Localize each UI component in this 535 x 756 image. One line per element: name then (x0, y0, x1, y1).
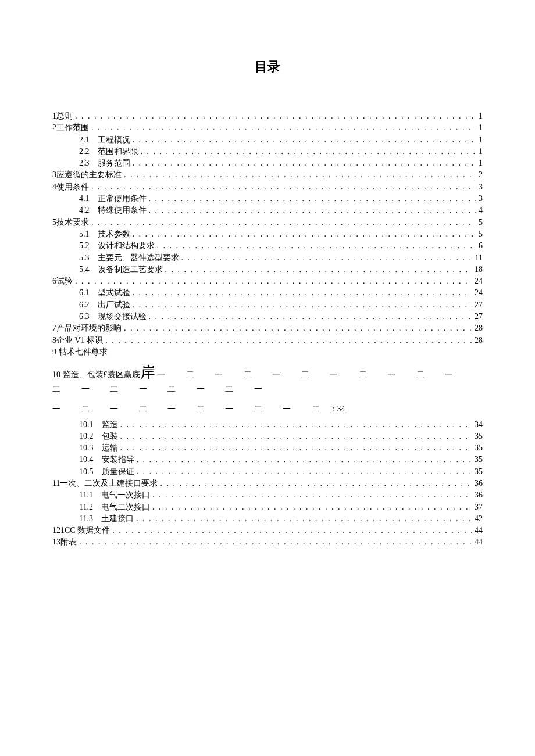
toc-entry: 2.2范围和界限 1 (52, 146, 483, 157)
toc-number: 11.1 (79, 489, 93, 501)
toc-number: 4.1 (79, 193, 90, 205)
toc-number: 12 (52, 525, 60, 536)
toc-entry: 11.2电气二次接口 37 (52, 501, 483, 513)
toc-leader-dots (91, 122, 476, 134)
toc-label: 工作范围 (56, 122, 89, 134)
toc-entry: 13 附表 44 (52, 536, 483, 548)
toc-page-number: 36 (475, 489, 483, 501)
toc-label: 设计和结构要求 (98, 240, 155, 252)
toc-leader-dots (157, 240, 477, 252)
toc-page-number: 35 (475, 442, 483, 454)
toc-label: 总则 (56, 110, 73, 122)
toc-entry: 8 企业 V1 标识 28 (52, 335, 483, 346)
toc-entry: 5.2设计和结构要求 6 (52, 240, 483, 252)
toc-number: 5.1 (79, 228, 90, 240)
toc-page-number: 34 (475, 419, 483, 431)
toc-page-number: 5 (479, 228, 483, 240)
toc-label: 包装 (102, 431, 118, 442)
toc-entry-10-special: 10 监造、包装£蓑区赢底岸 一 二 一 二 一 二 一 二 一 二 一 二 一… (52, 361, 483, 415)
toc-label: 技术参数 (98, 228, 130, 240)
toc-page-number: 35 (475, 431, 483, 442)
toc-page-number: 44 (475, 536, 483, 548)
toc-label: 附表 (60, 536, 77, 548)
toc-entry: 10.1监造 34 (52, 419, 483, 431)
toc-number: 11 (52, 478, 60, 489)
toc-label: 安装指导 (102, 454, 134, 465)
toc-page-number: 1 (479, 134, 483, 146)
toc-label: 现场交接试验 (98, 311, 147, 323)
toc-entry: 10.2包装 35 (52, 431, 483, 442)
toc-label: 产品对环境的影响 (56, 323, 122, 334)
toc-entry: 12 1CC 数据文件 44 (52, 525, 483, 536)
toc-number: 2 (52, 122, 56, 134)
special-big-char: 岸 (140, 364, 155, 381)
toc-label: 型式试验 (98, 287, 130, 299)
toc-label: 电气一次接口 (101, 489, 150, 501)
toc-leader-dots (152, 501, 472, 513)
toc-page-number: 42 (475, 513, 483, 525)
toc-number: 10.1 (79, 419, 94, 431)
toc-entry: 6.2出厂试验 27 (52, 299, 483, 311)
toc-page-number: 24 (475, 275, 483, 287)
toc-entry: 6.3现场交接试验 27 (52, 311, 483, 323)
toc-leader-dots (149, 311, 473, 323)
toc-entry: 5 技术要求 5 (52, 217, 483, 228)
toc-leader-dots (133, 228, 477, 240)
toc-entry: 6.1型式试验 24 (52, 287, 483, 299)
toc-label: 出厂试验 (98, 299, 130, 311)
toc-entry: 11 一次、二次及土建接口要求 36 (52, 478, 483, 489)
toc-page-number: 27 (475, 311, 483, 323)
toc-label: 试验 (56, 275, 73, 287)
toc-label: 企业 V1 标识 (56, 335, 103, 346)
toc-label: 牯术七件尊求 (59, 347, 108, 356)
toc-number: 5 (52, 217, 56, 228)
toc-leader-dots (120, 431, 473, 442)
toc-entry: 11.1电气一次接口 36 (52, 489, 483, 501)
toc-entry: 4.2特殊使用条件 4 (52, 205, 483, 216)
toc-label: 监造、包装£蓑区赢底 (63, 370, 140, 379)
toc-entry: 10.4安装指导 35 (52, 454, 483, 465)
toc-number: 10 (52, 370, 60, 379)
toc-page-number: 24 (475, 287, 483, 299)
toc-entry: 11.3土建接口 42 (52, 513, 483, 525)
toc-number: 6 (52, 275, 56, 287)
toc-label: 主要元、器件选型要求 (98, 252, 179, 264)
toc-label: 技术要求 (56, 217, 89, 228)
toc-page-number: 37 (475, 501, 483, 513)
toc-label: 特殊使用条件 (98, 205, 147, 216)
toc-number: 10.5 (79, 466, 94, 478)
toc-number: 8 (52, 335, 56, 346)
toc-number: 6.1 (79, 287, 90, 299)
toc-leader-dots (75, 275, 472, 287)
toc-label: 质量保证 (102, 466, 134, 478)
toc-entry: 5.1技术参数 5 (52, 228, 483, 240)
toc-number: 6.2 (79, 299, 90, 311)
toc-number: 11.2 (79, 501, 93, 513)
toc-label: 范围和界限 (98, 146, 138, 157)
toc-entry: 10.3运输 35 (52, 442, 483, 454)
toc-leader-dots (91, 181, 476, 193)
toc-entry: 6 试验 24 (52, 275, 483, 287)
toc-number: 9 (52, 347, 56, 356)
toc-entry: 3 应遵循的主要标准 2 (52, 169, 483, 181)
toc-page-number: 18 (475, 264, 483, 275)
toc-leader-dots (133, 157, 477, 169)
toc-number: 13 (52, 536, 60, 548)
toc-label: 电气二次接口 (101, 501, 150, 513)
toc-leader-dots (136, 513, 472, 525)
toc-number: 11.3 (79, 513, 93, 525)
toc-entry-9: 9 牯术七件尊求 (52, 346, 483, 358)
toc-number: 3 (52, 169, 56, 181)
toc-number: 5.2 (79, 240, 90, 252)
toc-page-number: 1 (479, 157, 483, 169)
toc-label: 土建接口 (101, 513, 134, 525)
toc-leader-dots (181, 252, 473, 264)
toc-leader-dots (91, 217, 476, 228)
toc-page-number: 35 (475, 454, 483, 465)
toc-list-top: 1 总则 12 工作范围 12.1工程概况 12.2范围和界限 12.3服务范围… (52, 110, 483, 346)
toc-number: 4.2 (79, 205, 90, 216)
toc-leader-dots (120, 419, 473, 431)
toc-page-number: 3 (479, 193, 483, 205)
toc-page-number: 28 (475, 335, 483, 346)
toc-number: 2.1 (79, 134, 90, 146)
